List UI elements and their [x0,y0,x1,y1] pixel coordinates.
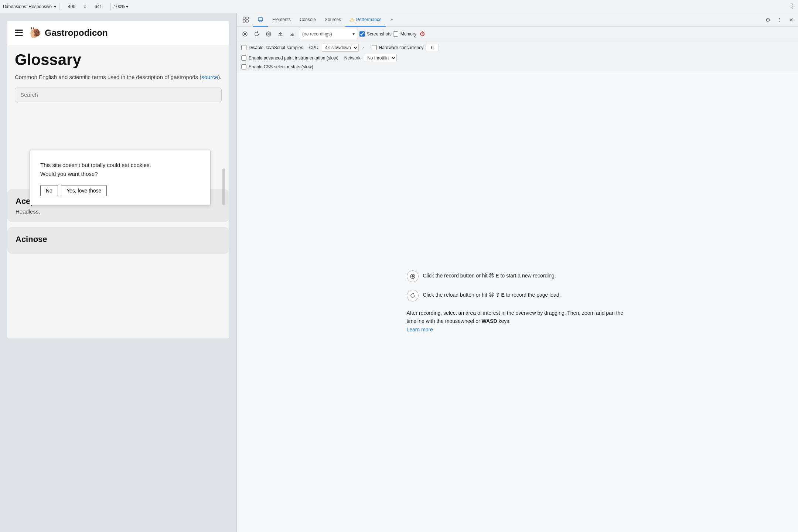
browser-panel: 🐌 Gastropodicon Glossary Common English … [0,13,236,532]
reload-button-icon [407,290,419,301]
network-setting: Network: No throttlin [344,54,397,62]
hardware-concurrency-label: Hardware concurrency [379,45,424,50]
reload-circle-icon [410,293,416,299]
devtools-tabs: Elements Console Sources ⚠ Performance »… [237,13,798,27]
advanced-paint-label: Enable advanced paint instrumentation (s… [249,55,338,61]
reload-icon [254,31,260,37]
memory-label: Memory [400,31,416,37]
network-select[interactable]: No throttlin [364,54,397,62]
settings-red-icon[interactable]: ⚙ [419,30,425,38]
memory-checkbox[interactable] [393,31,398,37]
upload-button[interactable] [275,29,286,39]
settings-row-2: Enable advanced paint instrumentation (s… [241,54,794,62]
instruction-block: Click the record button or hit ⌘ E to st… [407,270,628,334]
dimensions-label[interactable]: Dimensions: Responsive [3,4,52,9]
svg-rect-0 [243,17,245,19]
devtools-content: Click the record button or hit ⌘ E to st… [237,72,798,532]
card-title-2: Acinose [16,235,221,244]
reload-intro: Click the reload button [423,292,474,298]
download-button[interactable] [287,29,297,39]
zoom-selector[interactable]: 100% ▾ [114,4,128,9]
site-content: 🐌 Gastropodicon Glossary Common English … [7,21,229,338]
zoom-value: 100% [114,4,125,9]
settings-icon: ⚙ [765,17,770,23]
record-or: or hit [476,273,489,279]
wasd-label: WASD [482,318,497,324]
stop-button[interactable] [263,29,274,39]
stop-icon [266,31,272,37]
tab-performance-label: Performance [356,17,382,22]
tab-sources[interactable]: Sources [320,13,345,27]
hamburger-icon[interactable] [15,30,23,36]
record-circle-icon [410,273,416,279]
settings-bar: Disable JavaScript samples CPU: 4× slowd… [237,41,798,72]
after-recording-text: After recording, select an area of inter… [407,309,628,334]
tab-sources-label: Sources [325,17,341,22]
close-devtools-button[interactable]: ✕ [786,15,797,25]
after-text: After recording, select an area of inter… [407,310,624,324]
reload-instruction-text: Click the reload button or hit ⌘ ⇧ E to … [423,290,561,299]
reload-or: or hit [476,292,489,298]
svg-rect-5 [259,21,262,22]
inspect-icon-tab[interactable] [238,13,253,27]
cursor-icon [243,17,249,23]
tab-console[interactable]: Console [295,13,320,27]
warning-icon: ⚠ [350,17,355,23]
scrollbar[interactable] [222,168,225,205]
more-options-icon[interactable]: ⋮ [789,3,795,10]
settings-row-3: Enable CSS selector stats (slow) [241,64,794,69]
more-devtools-button[interactable]: ⋮ [774,15,785,25]
settings-button[interactable]: ⚙ [763,15,773,25]
source-link[interactable]: source [201,74,218,80]
recordings-dropdown[interactable]: (no recordings) ▾ [299,29,358,39]
width-input[interactable] [62,4,81,9]
reload-shortcut: ⌘ ⇧ E [489,292,505,298]
cookie-no-button[interactable]: No [40,185,58,196]
cpu-select[interactable]: 4× slowdown [322,44,359,52]
tab-performance[interactable]: ⚠ Performance [345,13,386,27]
svg-point-12 [412,275,414,277]
close-icon: ✕ [789,17,794,23]
disable-js-checkbox[interactable] [241,45,246,50]
toolbar-divider [59,3,59,10]
hamburger-line [15,30,23,31]
memory-toggle: Memory [393,31,416,37]
record-button[interactable] [240,29,250,39]
hardware-concurrency-input[interactable] [426,44,439,51]
tab-elements-label: Elements [272,17,291,22]
screenshots-checkbox[interactable] [359,31,365,37]
cookie-popup: This site doesn't but totally could set … [30,150,211,205]
svg-point-7 [244,33,246,35]
tab-elements[interactable]: Elements [268,13,295,27]
toolbar-left: Dimensions: Responsive ▾ [3,4,56,9]
download-icon [289,31,295,37]
disable-js-setting: Disable JavaScript samples [241,45,303,50]
hardware-concurrency-setting: Hardware concurrency [372,44,439,51]
reload-record-button[interactable] [252,29,262,39]
devtools-header-icons: ⚙ ⋮ ✕ [763,15,797,25]
advanced-paint-checkbox[interactable] [241,55,246,61]
tab-more[interactable]: » [386,13,398,27]
css-selector-checkbox[interactable] [241,64,246,69]
device-toolbar-tab[interactable] [253,13,268,27]
top-toolbar: Dimensions: Responsive ▾ x 100% ▾ ⋮ [0,0,798,13]
x-separator: x [84,4,86,9]
site-logo: 🐌 Gastropodicon [29,27,108,39]
cpu-setting: CPU: 4× slowdown · [309,44,365,52]
disable-js-label: Disable JavaScript samples [249,45,303,50]
screenshots-toggle: Screenshots [359,31,392,37]
learn-more-link[interactable]: Learn more [407,327,433,332]
cpu-separator: · [362,44,364,51]
network-label: Network: [344,55,362,61]
hardware-concurrency-checkbox[interactable] [372,45,377,50]
dropdown-arrow: ▾ [352,31,355,37]
height-input[interactable] [89,4,108,9]
after-suffix-text: keys. [499,318,511,324]
glossary-description: Common English and scientific terms used… [15,73,222,82]
snail-icon: 🐌 [29,27,42,39]
tab-more-label: » [391,17,393,22]
cookie-yes-button[interactable]: Yes, love those [61,185,107,196]
cookie-line1: This site doesn't but totally could set … [40,162,151,168]
search-input[interactable] [15,88,222,102]
svg-rect-3 [246,20,248,22]
